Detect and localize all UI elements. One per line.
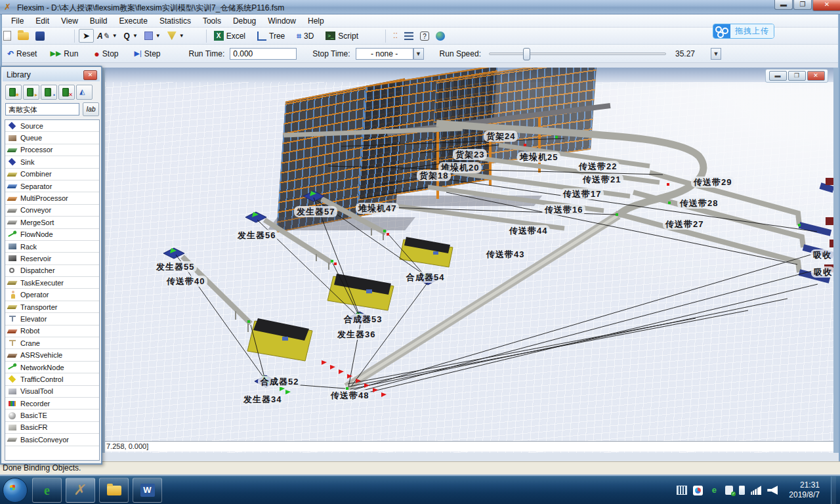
library-new-button[interactable]: ★ <box>5 85 22 100</box>
library-item-flownode[interactable]: FlowNode <box>5 229 99 241</box>
scene-label[interactable]: 传送带16 <box>542 204 585 215</box>
view-tool-button[interactable]: ▼ <box>164 30 188 41</box>
run-button[interactable]: ▶▶Run <box>47 48 81 60</box>
select-tool-button[interactable]: ➤ <box>79 29 94 43</box>
network-signal-icon[interactable] <box>751 486 761 495</box>
run-speed-dropdown-button[interactable]: ▼ <box>711 48 721 60</box>
library-item-recorder[interactable]: Recorder <box>5 398 99 410</box>
library-item-rack[interactable]: Rack <box>5 241 99 253</box>
library-item-source[interactable]: Source <box>5 120 99 132</box>
run-speed-slider-thumb[interactable] <box>523 48 530 60</box>
tree-button[interactable]: Tree <box>254 30 288 42</box>
scene-label[interactable]: 传送带21 <box>580 174 623 185</box>
library-open-button[interactable]: ▸ <box>23 85 39 100</box>
connections-button[interactable]: ⁚⁚ <box>390 30 401 41</box>
scene-label[interactable]: 传送带22 <box>576 161 620 172</box>
menu-item-file[interactable]: File <box>5 15 30 27</box>
library-item-elevator[interactable]: Elevator <box>5 313 99 325</box>
library-item-sink[interactable]: Sink <box>5 156 99 168</box>
battery-tray-icon[interactable] <box>739 486 745 495</box>
view-restore-button[interactable]: ❐ <box>788 71 806 81</box>
library-item-basicte[interactable]: BasicTE <box>5 410 99 421</box>
save-button[interactable] <box>32 30 48 42</box>
library-item-combiner[interactable]: Combiner <box>5 169 99 180</box>
library-item-conveyor[interactable]: Conveyor <box>5 205 99 217</box>
library-category-dropdown[interactable]: 离散实体 ▼ <box>5 103 79 116</box>
scene-label[interactable]: 传送带44 <box>507 225 550 236</box>
stop-time-value[interactable]: - none - <box>356 48 413 60</box>
library-item-dispatcher[interactable]: Dispatcher <box>5 265 99 277</box>
taskbar-clock[interactable]: 21:31 2019/8/7 <box>784 480 825 500</box>
library-item-robot[interactable]: Robot <box>5 326 99 337</box>
library-item-multiprocessor[interactable]: MultiProcessor <box>5 192 99 204</box>
run-speed-slider[interactable] <box>489 52 666 55</box>
scene-label[interactable]: 传送带40 <box>164 276 207 287</box>
library-item-basicfr[interactable]: BasicFR <box>5 422 99 434</box>
library-item-processor[interactable]: Processor <box>5 144 99 156</box>
minimize-button[interactable]: ▬ <box>774 0 793 10</box>
library-item-visualtool[interactable]: VisualTool <box>5 386 99 398</box>
stop-time-dropdown-button[interactable]: ▼ <box>413 48 424 60</box>
help-button[interactable]: ? <box>417 30 432 42</box>
usb-tray-icon[interactable]: ✓ <box>725 486 733 495</box>
library-draw-button[interactable]: ◭ <box>76 85 93 100</box>
library-item-asrsvehicle[interactable]: ASRSvehicle <box>5 349 99 361</box>
scene-label[interactable]: 吸收 <box>811 266 833 278</box>
library-item-reservoir[interactable]: Reservoir <box>5 253 99 264</box>
scene-label[interactable]: 货架24 <box>484 131 518 142</box>
menu-item-debug[interactable]: Debug <box>227 15 262 27</box>
script-button[interactable]: >_Script <box>322 30 362 42</box>
scene-label[interactable]: 货架23 <box>453 149 487 160</box>
globe-button[interactable] <box>432 30 448 42</box>
scene-label[interactable]: 吸收 <box>810 249 833 261</box>
threed-button[interactable]: ⌗3D <box>293 30 317 42</box>
object-tool-button[interactable]: Q▼ <box>121 30 141 42</box>
scene-label[interactable]: 合成器54 <box>404 272 447 283</box>
scene-label[interactable]: 堆垛机25 <box>517 152 560 163</box>
open-file-button[interactable] <box>14 31 32 41</box>
library-title-bar[interactable]: Library ✕ <box>3 68 100 81</box>
menu-item-window[interactable]: Window <box>262 15 302 27</box>
scene-label[interactable]: 传送带28 <box>677 198 721 209</box>
library-item-transporter[interactable]: Transporter <box>5 301 99 313</box>
scene-label[interactable]: 合成器52 <box>258 376 301 387</box>
3d-model-view[interactable]: 货架24货架23堆垛机25堆垛机20货架18传送带22传送带21传送带17堆垛机… <box>105 68 833 453</box>
scene-label[interactable]: 传送带48 <box>328 390 371 401</box>
menu-item-edit[interactable]: Edit <box>30 15 55 27</box>
library-item-trafficcontrol[interactable]: TrafficControl <box>5 373 99 385</box>
color-tool-button[interactable]: ▼ <box>141 30 164 41</box>
menu-item-view[interactable]: View <box>55 15 84 27</box>
text-tool-button[interactable]: A✎▼ <box>94 30 121 42</box>
taskbar-explorer-button[interactable] <box>99 478 129 503</box>
view-close-button[interactable]: ✕ <box>807 71 825 81</box>
scene-label[interactable]: 堆垛机47 <box>356 203 399 214</box>
reset-button[interactable]: ↶Reset <box>4 48 40 60</box>
upload-overlay-button[interactable]: 拖拽上传 <box>713 24 774 39</box>
library-delete-button[interactable]: ✕ <box>58 85 75 100</box>
menu-item-statistics[interactable]: Statistics <box>154 15 197 27</box>
run-time-input[interactable] <box>230 48 297 60</box>
label-tool-button[interactable]: Iab <box>83 102 99 116</box>
library-item-mergesort[interactable]: MergeSort <box>5 217 99 228</box>
scene-label[interactable]: 发生器36 <box>335 329 378 340</box>
start-button[interactable] <box>3 478 28 503</box>
scene-label[interactable]: 传送带17 <box>560 188 604 200</box>
table-button[interactable] <box>401 30 417 41</box>
view-minimize-button[interactable]: ▬ <box>769 71 787 81</box>
library-item-operator[interactable]: Operator <box>5 289 99 301</box>
library-item-basicconveyor[interactable]: BasicConveyor <box>5 434 99 446</box>
taskbar-flexsim-button[interactable]: ✗ <box>66 478 95 503</box>
scene-label[interactable]: 发生器56 <box>235 230 278 241</box>
volume-tray-icon[interactable] <box>767 486 778 495</box>
scene-label[interactable]: 发生器34 <box>241 394 284 405</box>
stop-button[interactable]: ●Stop <box>91 47 121 60</box>
excel-button[interactable]: XExcel <box>211 30 249 42</box>
scene-label[interactable]: 发生器57 <box>294 206 337 217</box>
scene-label[interactable]: 传送带43 <box>484 249 527 260</box>
library-item-networknode[interactable]: NetworkNode <box>5 362 99 373</box>
taskbar-browser-button[interactable]: e <box>32 478 62 503</box>
menu-item-build[interactable]: Build <box>84 15 114 27</box>
library-item-separator[interactable]: Separator <box>5 180 99 192</box>
menu-item-tools[interactable]: Tools <box>197 15 227 27</box>
menu-item-help[interactable]: Help <box>302 15 330 27</box>
